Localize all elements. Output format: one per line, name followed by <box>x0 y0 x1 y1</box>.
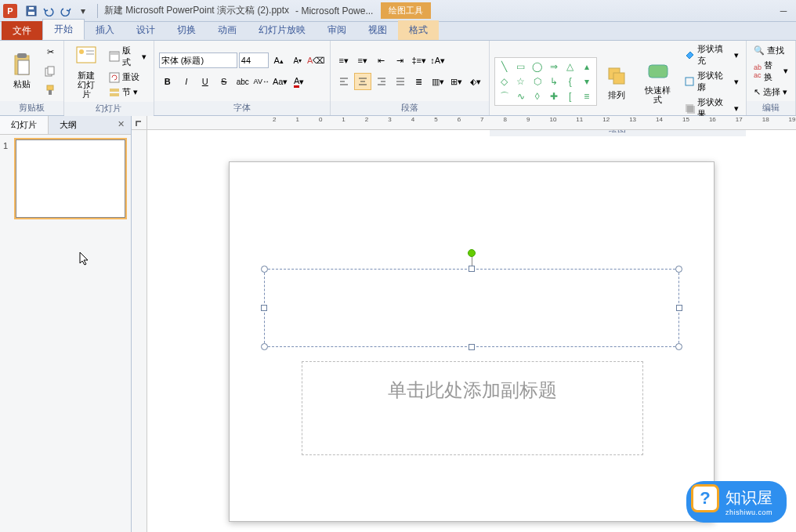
resize-handle-bm[interactable] <box>469 344 475 350</box>
shape-hexagon[interactable]: ⬡ <box>530 74 545 89</box>
font-color-icon[interactable]: A▾ <box>291 73 308 90</box>
arrange-button[interactable]: 排列 <box>599 62 634 101</box>
italic-icon[interactable]: I <box>178 73 195 90</box>
slides-panel: 幻灯片 大纲 ✕ 1 <box>0 116 132 532</box>
justify-icon[interactable] <box>392 73 409 90</box>
format-painter-icon[interactable] <box>42 81 59 99</box>
resize-handle-br[interactable] <box>675 343 682 350</box>
line-spacing-icon[interactable]: ‡≡▾ <box>411 52 428 69</box>
tab-home[interactable]: 开始 <box>42 19 85 40</box>
align-right-icon[interactable] <box>373 73 390 90</box>
undo-icon[interactable] <box>41 3 56 19</box>
tab-transitions[interactable]: 切换 <box>166 20 207 40</box>
shape-outline-button[interactable]: 形状轮廓 ▾ <box>682 69 741 94</box>
numbering-icon[interactable]: ≡▾ <box>354 52 371 69</box>
increase-indent-icon[interactable]: ⇥ <box>392 52 409 69</box>
shape-triangle[interactable]: △ <box>563 60 578 74</box>
strikethrough-icon[interactable]: S <box>215 73 233 90</box>
subtitle-placeholder[interactable]: 单击此处添加副标题 <box>302 361 643 455</box>
distribute-icon[interactable]: ≣ <box>411 73 428 90</box>
powerpoint-icon: P <box>3 4 17 18</box>
text-shadow-icon[interactable]: abc <box>234 73 251 90</box>
minimize-button[interactable]: ─ <box>776 3 791 19</box>
reset-button[interactable]: 重设 <box>107 71 149 84</box>
new-slide-button[interactable]: 新建 幻灯片 <box>69 42 104 100</box>
bold-icon[interactable]: B <box>159 73 176 90</box>
shape-more-up[interactable]: ▴ <box>579 60 595 74</box>
panel-tab-slides[interactable]: 幻灯片 <box>0 116 49 134</box>
slide-canvas[interactable]: 单击此处添加副标题 <box>229 161 715 522</box>
shape-connector[interactable]: ↳ <box>546 74 562 89</box>
text-direction-icon[interactable]: ↕A▾ <box>429 52 447 69</box>
resize-handle-mr[interactable] <box>676 305 682 311</box>
shrink-font-icon[interactable]: A▾ <box>289 52 306 69</box>
bullets-icon[interactable]: ≡▾ <box>335 52 353 69</box>
convert-smartart-icon[interactable]: ⬖▾ <box>467 73 484 90</box>
canvas-scroll[interactable]: 单击此处添加副标题 <box>147 130 796 532</box>
panel-close-icon[interactable]: ✕ <box>111 116 131 134</box>
svg-rect-1 <box>28 12 34 15</box>
svg-point-11 <box>79 49 84 54</box>
font-size-select[interactable] <box>239 52 269 68</box>
shapes-gallery[interactable]: ╲ ▭ ◯ ⇒ △ ▴ ◇ ☆ ⬡ ↳ { ▾ ⌒ ∿ ◊ ✚ [ ≡ <box>494 57 597 106</box>
select-button[interactable]: ↖选择 ▾ <box>751 85 791 99</box>
shape-fill-button[interactable]: 形状填充 ▾ <box>682 42 741 67</box>
resize-handle-bl[interactable] <box>261 343 268 350</box>
shape-callout[interactable]: ◊ <box>530 89 545 103</box>
group-label-slides: 幻灯片 <box>64 102 154 116</box>
decrease-indent-icon[interactable]: ⇤ <box>373 52 390 69</box>
grow-font-icon[interactable]: A▴ <box>270 52 288 69</box>
tab-selector-icon[interactable] <box>135 118 144 128</box>
shape-star[interactable]: ☆ <box>513 74 529 89</box>
layout-button[interactable]: 版式 ▾ <box>107 44 149 69</box>
paste-button[interactable]: 粘贴 <box>5 51 39 90</box>
char-spacing-icon[interactable]: AV↔ <box>253 73 270 90</box>
cut-icon[interactable]: ✂ <box>42 44 59 61</box>
tab-slideshow[interactable]: 幻灯片放映 <box>248 20 317 40</box>
section-button[interactable]: 节 ▾ <box>107 85 149 99</box>
shape-brace[interactable]: { <box>563 74 578 89</box>
tab-animations[interactable]: 动画 <box>207 20 248 40</box>
find-button[interactable]: 🔍查找 <box>751 44 791 57</box>
tab-insert[interactable]: 插入 <box>85 20 125 40</box>
copy-icon[interactable] <box>42 63 59 80</box>
title-placeholder[interactable] <box>264 269 679 347</box>
clear-format-icon[interactable]: A⌫ <box>308 52 325 69</box>
font-name-select[interactable] <box>159 52 237 68</box>
shape-arc[interactable]: ⌒ <box>497 89 512 103</box>
replace-button[interactable]: abac替换 ▾ <box>751 59 791 84</box>
columns-icon[interactable]: ▥▾ <box>429 73 447 90</box>
tab-view[interactable]: 视图 <box>357 20 398 40</box>
slide-thumbnail-1[interactable]: 1 <box>5 139 126 218</box>
qat-dropdown-icon[interactable]: ▾ <box>75 3 91 19</box>
save-icon[interactable] <box>24 3 39 19</box>
tab-format[interactable]: 格式 <box>398 20 439 40</box>
resize-handle-tr[interactable] <box>675 266 682 273</box>
shape-diamond[interactable]: ◇ <box>497 74 512 89</box>
tab-file[interactable]: 文件 <box>2 21 42 40</box>
tab-design[interactable]: 设计 <box>125 20 166 40</box>
resize-handle-ml[interactable] <box>261 305 267 311</box>
shape-bracket[interactable]: [ <box>563 89 578 103</box>
resize-handle-tm[interactable] <box>469 266 475 272</box>
shape-oval[interactable]: ◯ <box>530 60 545 74</box>
shape-arrow[interactable]: ⇒ <box>546 60 562 74</box>
align-text-icon[interactable]: ⊞▾ <box>448 73 465 90</box>
shape-plus[interactable]: ✚ <box>546 89 562 103</box>
align-center-icon[interactable] <box>354 73 371 90</box>
shape-line[interactable]: ╲ <box>497 60 512 74</box>
underline-icon[interactable]: U <box>197 73 214 90</box>
shape-curve[interactable]: ∿ <box>513 89 529 103</box>
shape-more-down[interactable]: ▾ <box>579 74 595 89</box>
shape-more-menu[interactable]: ≡ <box>579 89 595 103</box>
redo-icon[interactable] <box>58 3 74 19</box>
quick-styles-button[interactable]: 快速样式 <box>636 57 680 106</box>
tab-review[interactable]: 审阅 <box>317 20 357 40</box>
subtitle-placeholder-text: 单击此处添加副标题 <box>388 378 557 403</box>
panel-tab-outline[interactable]: 大纲 <box>49 116 88 134</box>
shape-rect[interactable]: ▭ <box>513 60 529 74</box>
change-case-icon[interactable]: Aa▾ <box>272 73 289 90</box>
align-left-icon[interactable] <box>335 73 353 90</box>
rotate-handle[interactable] <box>468 249 476 257</box>
resize-handle-tl[interactable] <box>261 266 268 273</box>
